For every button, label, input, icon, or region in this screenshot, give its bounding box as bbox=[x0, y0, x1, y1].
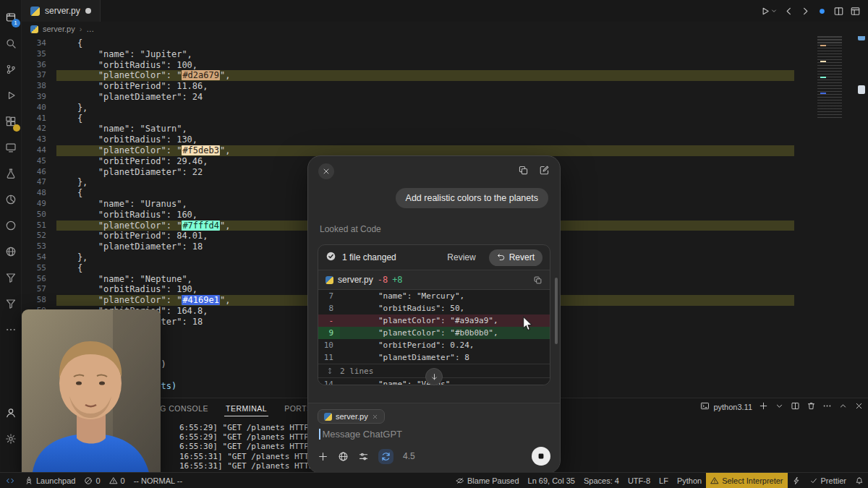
power-item[interactable] bbox=[788, 473, 805, 488]
code-text: "planetColor": "#d2a679", bbox=[56, 70, 794, 81]
run-debug-icon[interactable] bbox=[0, 82, 22, 108]
undo-icon bbox=[497, 252, 506, 263]
account-icon[interactable] bbox=[0, 400, 22, 426]
cursor-position-item[interactable]: Ln 69, Col 35 bbox=[524, 473, 579, 488]
context-chip-server-py[interactable]: server.py bbox=[318, 409, 385, 424]
kill-terminal-button[interactable] bbox=[807, 401, 816, 412]
diff-row: 10 "orbitPeriod": 0.24, bbox=[318, 339, 550, 351]
stop-button[interactable] bbox=[532, 447, 550, 466]
model-label[interactable]: 4.5 bbox=[403, 451, 415, 461]
message-input[interactable]: Message ChatGPT bbox=[318, 428, 550, 440]
remote-icon bbox=[6, 476, 14, 485]
user-message-bubble: Add realistic colors to the planets bbox=[396, 188, 548, 208]
status-label: -- NORMAL -- bbox=[134, 476, 182, 485]
panel-maximize-button[interactable] bbox=[838, 401, 848, 412]
line-number: 44 bbox=[22, 145, 56, 156]
blame-item[interactable]: Blame Paused bbox=[451, 473, 524, 488]
copy-conversation-button[interactable] bbox=[518, 165, 529, 179]
code-text: "orbitRadius": 130, bbox=[56, 134, 794, 145]
extensions-icon[interactable] bbox=[0, 108, 22, 134]
diff-gutter: 7 bbox=[318, 290, 340, 302]
code-text: "planetDiameter": 24 bbox=[56, 92, 794, 103]
review-button[interactable]: Review bbox=[440, 249, 482, 265]
profiler-icon[interactable] bbox=[0, 187, 22, 213]
search-icon[interactable] bbox=[0, 30, 22, 56]
customize-layout-icon[interactable] bbox=[850, 6, 861, 17]
circle-tool-icon[interactable] bbox=[0, 213, 22, 239]
changed-file-row[interactable]: server.py -8 +8 bbox=[318, 270, 550, 289]
warning-badge bbox=[13, 124, 20, 132]
bell-icon bbox=[855, 476, 864, 485]
filter-icon[interactable] bbox=[0, 265, 22, 291]
more-tools-icon[interactable] bbox=[0, 317, 22, 343]
remote-indicator[interactable] bbox=[0, 473, 20, 488]
errslash-icon bbox=[84, 476, 93, 485]
launchpad-item[interactable]: Launchpad bbox=[20, 473, 80, 488]
chat-scrollbar[interactable] bbox=[555, 278, 558, 344]
tab-server-py[interactable]: server.py bbox=[22, 0, 101, 22]
settings-gear-icon[interactable] bbox=[0, 426, 22, 452]
line-number: 47 bbox=[22, 177, 56, 188]
compose-button[interactable] bbox=[539, 165, 550, 179]
line-number: 38 bbox=[22, 81, 56, 92]
terminal-actions bbox=[759, 401, 864, 412]
voice-mode-button[interactable] bbox=[378, 449, 393, 464]
split-editor-icon[interactable] bbox=[833, 6, 844, 17]
copy-icon[interactable] bbox=[533, 275, 542, 285]
line-number: 41 bbox=[22, 114, 56, 124]
revert-button[interactable]: Revert bbox=[489, 249, 542, 266]
mouse-cursor bbox=[522, 316, 533, 334]
input-placeholder: Message ChatGPT bbox=[323, 429, 403, 440]
errors-item[interactable]: 0 bbox=[80, 473, 104, 488]
encoding-item[interactable]: UTF-8 bbox=[624, 473, 655, 488]
breadcrumb-more[interactable]: … bbox=[86, 25, 94, 33]
run-button[interactable] bbox=[760, 6, 778, 17]
remove-context-icon[interactable] bbox=[372, 414, 378, 420]
webcam-overlay bbox=[22, 309, 161, 479]
split-terminal-button[interactable] bbox=[791, 401, 800, 412]
shell-selector[interactable]: python3.11 bbox=[700, 401, 752, 412]
navigate-back-icon[interactable] bbox=[783, 6, 794, 17]
code-text: }, bbox=[56, 103, 794, 114]
web-search-button[interactable] bbox=[338, 451, 349, 462]
panel-close-button[interactable] bbox=[854, 401, 864, 412]
remote-explorer-icon[interactable] bbox=[0, 134, 22, 160]
add-attachment-button[interactable] bbox=[318, 451, 328, 462]
breadcrumb-file[interactable]: server.py bbox=[43, 25, 75, 33]
eol-item[interactable]: LF bbox=[655, 473, 673, 488]
warnings-item[interactable]: 0 bbox=[105, 473, 129, 488]
code-text: "orbitPeriod": 11.86, bbox=[56, 81, 794, 92]
breadcrumb[interactable]: server.py › … bbox=[22, 22, 868, 36]
live-share-icon[interactable] bbox=[817, 6, 827, 17]
language-item[interactable]: Python bbox=[673, 473, 706, 488]
modified-dot-icon[interactable] bbox=[85, 8, 91, 14]
select-interpreter-item[interactable]: Select Interpreter bbox=[706, 473, 787, 488]
source-control-icon[interactable] bbox=[0, 56, 22, 82]
python-file-icon bbox=[30, 7, 40, 16]
code-line: 34 { bbox=[22, 38, 794, 49]
panel-tab-terminal[interactable]: TERMINAL bbox=[224, 400, 268, 416]
terminal-picker-dropdown[interactable] bbox=[775, 401, 784, 412]
indentation-item[interactable]: Spaces: 4 bbox=[579, 473, 624, 488]
notifications-bell[interactable] bbox=[851, 473, 868, 488]
web-tool-icon[interactable] bbox=[0, 239, 22, 265]
status-bar-left: Launchpad00-- NORMAL -- bbox=[0, 473, 187, 488]
new-terminal-button[interactable] bbox=[759, 401, 768, 412]
explorer-icon[interactable]: 1 bbox=[0, 4, 22, 30]
terminal-more-button[interactable] bbox=[822, 401, 832, 412]
python-file-icon bbox=[326, 276, 333, 284]
minimap-mark bbox=[820, 45, 826, 46]
tab-bar: server.py bbox=[22, 0, 868, 22]
close-icon[interactable] bbox=[318, 163, 334, 179]
testing-icon[interactable] bbox=[0, 160, 22, 187]
vim-mode-item[interactable]: -- NORMAL -- bbox=[129, 473, 187, 488]
tools-button[interactable] bbox=[358, 451, 369, 462]
scroll-down-button[interactable] bbox=[425, 368, 443, 385]
check-circle-icon bbox=[326, 251, 336, 264]
navigate-forward-icon[interactable] bbox=[800, 6, 811, 17]
minimap-mark bbox=[820, 77, 826, 78]
prettier-item[interactable]: Prettier bbox=[805, 473, 851, 488]
filter-secondary-icon[interactable] bbox=[0, 291, 22, 317]
context-chip-label: server.py bbox=[336, 412, 368, 421]
webcam-person bbox=[22, 309, 161, 479]
